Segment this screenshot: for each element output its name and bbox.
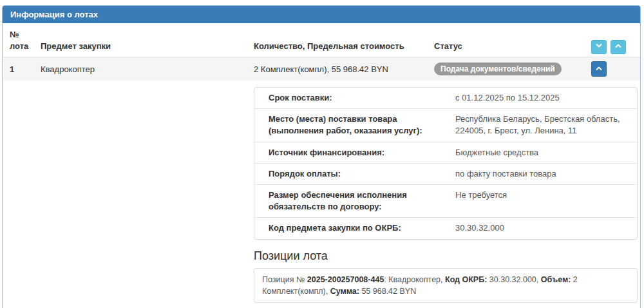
position-okrb-label: Код ОКРБ: bbox=[445, 275, 487, 284]
detail-label: Порядок оплаты: bbox=[254, 163, 455, 184]
detail-row-delivery-term: Срок поставки: с 01.12.2025 по 15.12.202… bbox=[254, 88, 637, 108]
lot-subject-cell: Квадрокоптер bbox=[41, 57, 254, 81]
position-subject: : Квадрокоптер, bbox=[384, 275, 445, 284]
detail-value: с 01.12.2025 по 15.12.2025 bbox=[455, 88, 637, 108]
position-number: 2025-200257008-445 bbox=[307, 275, 384, 284]
position-sum-value: 55 968.42 BYN bbox=[359, 287, 416, 296]
detail-label: Место (места) поставки товара (выполнени… bbox=[254, 108, 455, 141]
detail-value: Бюджетные средства bbox=[455, 142, 637, 163]
position-prefix: Позиция № bbox=[262, 275, 307, 284]
detail-label: Код предмета закупки по ОКРБ: bbox=[254, 217, 455, 238]
detail-row-funding-source: Источник финансирования: Бюджетные средс… bbox=[254, 142, 637, 163]
detail-row-okrb-code: Код предмета закупки по ОКРБ: 30.30.32.0… bbox=[254, 217, 637, 238]
detail-row-contract-security: Размер обеспечения исполнения обязательс… bbox=[254, 184, 637, 217]
detail-value: 30.30.32.000 bbox=[455, 217, 637, 238]
lots-table: № лота Предмет закупки Количество, Преде… bbox=[3, 23, 640, 308]
chevron-down-icon bbox=[595, 41, 603, 53]
position-item: Позиция № 2025-200257008-445: Квадрокопт… bbox=[254, 268, 638, 303]
detail-label: Источник финансирования: bbox=[254, 142, 455, 163]
detail-value: Республика Беларусь, Брестская область, … bbox=[455, 108, 637, 141]
expand-all-button[interactable] bbox=[591, 40, 607, 54]
panel-title: Информация о лотах bbox=[3, 6, 640, 23]
lot-number-cell: 1 bbox=[3, 57, 41, 81]
col-header-quantity: Количество, Предельная стоимость bbox=[254, 23, 434, 57]
detail-row-delivery-place: Место (места) поставки товара (выполнени… bbox=[254, 108, 637, 141]
chevron-up-icon bbox=[595, 64, 603, 74]
detail-label: Срок поставки: bbox=[254, 88, 455, 108]
chevron-up-icon bbox=[614, 41, 622, 53]
detail-value: по факту поставки товара bbox=[455, 163, 637, 184]
position-okrb-value: 30.30.32.000, bbox=[487, 275, 540, 284]
detail-row-payment-order: Порядок оплаты: по факту поставки товара bbox=[254, 163, 637, 184]
position-volume-label: Объем: bbox=[541, 275, 571, 284]
lot-status-cell: Подача документов/сведений bbox=[434, 57, 591, 81]
position-sum-label: Сумма: bbox=[330, 287, 359, 296]
lot-details-table: Срок поставки: с 01.12.2025 по 15.12.202… bbox=[254, 87, 638, 240]
lots-info-panel: Информация о лотах № лота Предмет закупк… bbox=[2, 5, 641, 308]
col-header-status: Статус bbox=[434, 23, 591, 57]
lot-details-row: Срок поставки: с 01.12.2025 по 15.12.202… bbox=[3, 81, 640, 308]
lot-toggle-cell bbox=[591, 57, 640, 81]
lot-row: 1 Квадрокоптер 2 Комплект(компл), 55 968… bbox=[3, 57, 640, 81]
positions-heading: Позиции лота bbox=[254, 249, 638, 263]
lot-collapse-button[interactable] bbox=[591, 61, 607, 77]
col-header-subject: Предмет закупки bbox=[41, 23, 254, 57]
detail-value: Не требуется bbox=[455, 184, 637, 217]
lots-table-header-row: № лота Предмет закупки Количество, Преде… bbox=[3, 23, 640, 57]
lot-quantity-cell: 2 Комплект(компл), 55 968.42 BYN bbox=[254, 57, 434, 81]
col-header-lot-number: № лота bbox=[3, 23, 41, 57]
header-buttons-cell bbox=[591, 23, 640, 57]
status-badge: Подача документов/сведений bbox=[434, 63, 562, 75]
detail-label: Размер обеспечения исполнения обязательс… bbox=[254, 184, 455, 217]
lot-details: Срок поставки: с 01.12.2025 по 15.12.202… bbox=[3, 81, 640, 308]
collapse-all-button[interactable] bbox=[611, 40, 626, 54]
